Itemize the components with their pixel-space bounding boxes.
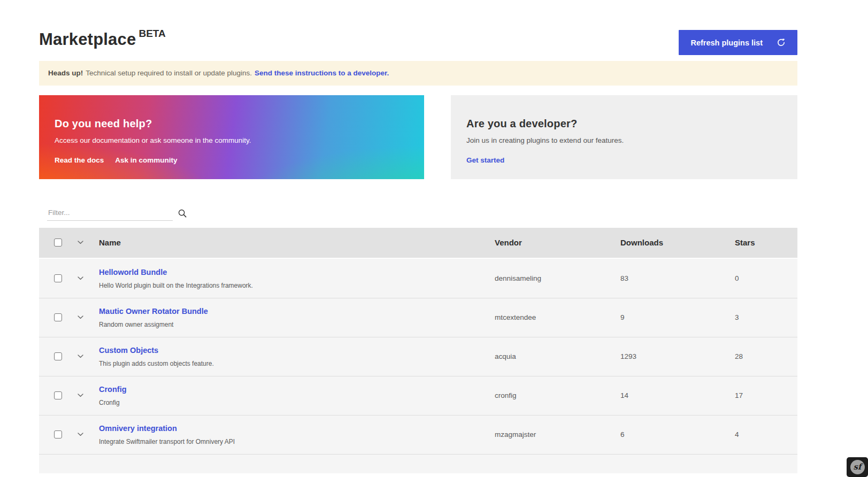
- plugin-downloads: 14: [620, 391, 735, 399]
- row-expand-chevron-down-icon[interactable]: [75, 352, 86, 360]
- page-title: Marketplace: [39, 30, 136, 49]
- row-checkbox[interactable]: [54, 352, 62, 360]
- row-expand-chevron-down-icon[interactable]: [75, 430, 86, 438]
- developer-card-text: Join us in creating plugins to extend ou…: [466, 136, 781, 144]
- notice-text: Technical setup required to install or u…: [86, 69, 252, 77]
- send-instructions-link[interactable]: Send these instructions to a developer.: [255, 69, 389, 77]
- info-cards: Do you need help? Access our documentati…: [39, 95, 797, 179]
- bulk-actions-chevron-down-icon[interactable]: [75, 239, 86, 247]
- plugin-vendor: cronfig: [495, 391, 620, 399]
- developer-card: Are you a developer? Join us in creating…: [451, 95, 797, 179]
- plugin-name-link[interactable]: Cronfig: [99, 385, 127, 394]
- refresh-plugins-label: Refresh plugins list: [690, 39, 763, 47]
- plugin-downloads: 6: [620, 430, 735, 438]
- table-row: Custom Objects This plugin adds custom o…: [39, 337, 797, 376]
- plugin-description: This plugin adds custom objects feature.: [99, 360, 495, 367]
- row-checkbox[interactable]: [54, 430, 62, 438]
- symfony-icon: sf: [850, 460, 865, 474]
- beta-badge: BETA: [139, 28, 165, 39]
- table-row: Omnivery integration Integrate Swiftmail…: [39, 415, 797, 454]
- plugin-stars: 3: [735, 313, 797, 321]
- table-row: Cronfig Cronfig cronfig 14 17: [39, 376, 797, 415]
- plugin-stars: 0: [735, 274, 797, 282]
- plugin-name-link[interactable]: Custom Objects: [99, 346, 158, 355]
- plugin-description: Cronfig: [99, 399, 495, 406]
- get-started-link[interactable]: Get started: [466, 156, 504, 164]
- plugin-description: Random owner assigment: [99, 321, 495, 328]
- plugin-name-link[interactable]: Helloworld Bundle: [99, 268, 167, 276]
- plugin-vendor: dennisameling: [495, 274, 620, 282]
- refresh-icon: [777, 38, 786, 47]
- plugins-table-header: Name Vendor Downloads Stars: [39, 228, 797, 259]
- column-header-stars: Stars: [735, 238, 797, 247]
- plugin-stars: 17: [735, 391, 797, 399]
- row-expand-chevron-down-icon[interactable]: [75, 274, 86, 282]
- help-card: Do you need help? Access our documentati…: [39, 95, 424, 179]
- filter-input[interactable]: [47, 206, 173, 221]
- plugin-description: Integrate Swiftmailer transport for Omni…: [99, 438, 495, 445]
- ask-in-community-link[interactable]: Ask in community: [115, 156, 177, 164]
- plugin-name-link[interactable]: Omnivery integration: [99, 424, 177, 433]
- plugin-vendor: acquia: [495, 352, 620, 360]
- row-expand-chevron-down-icon[interactable]: [75, 391, 86, 399]
- row-checkbox[interactable]: [54, 391, 62, 399]
- plugin-vendor: mtcextendee: [495, 313, 620, 321]
- symfony-profiler-toggle[interactable]: sf: [847, 457, 868, 477]
- plugin-downloads: 83: [620, 274, 735, 282]
- table-row: Helloworld Bundle Hello World plugin bui…: [39, 259, 797, 298]
- plugin-vendor: mzagmajster: [495, 430, 620, 438]
- filter-bar: [39, 206, 797, 221]
- plugin-downloads: 1293: [620, 352, 735, 360]
- row-checkbox[interactable]: [54, 313, 62, 321]
- plugin-description: Hello World plugin built on the Integrat…: [99, 282, 495, 289]
- refresh-plugins-button[interactable]: Refresh plugins list: [679, 30, 797, 55]
- table-row-partial: [39, 454, 797, 473]
- plugin-name-link[interactable]: Mautic Owner Rotator Bundle: [99, 307, 208, 316]
- column-header-downloads: Downloads: [620, 238, 735, 247]
- setup-notice-banner: Heads up!Technical setup required to ins…: [39, 61, 797, 86]
- search-icon[interactable]: [177, 208, 188, 219]
- select-all-checkbox[interactable]: [54, 239, 62, 247]
- column-header-vendor: Vendor: [495, 238, 620, 247]
- plugins-table: Name Vendor Downloads Stars Helloworld B…: [39, 228, 797, 473]
- plugin-downloads: 9: [620, 313, 735, 321]
- row-expand-chevron-down-icon[interactable]: [75, 313, 86, 321]
- read-the-docs-link[interactable]: Read the docs: [55, 156, 104, 164]
- plugin-stars: 4: [735, 430, 797, 438]
- column-header-name: Name: [99, 238, 495, 247]
- row-checkbox[interactable]: [54, 274, 62, 282]
- help-card-text: Access our documentation or ask someone …: [55, 136, 408, 144]
- help-card-title: Do you need help?: [55, 118, 408, 130]
- plugin-stars: 28: [735, 352, 797, 360]
- table-row: Mautic Owner Rotator Bundle Random owner…: [39, 298, 797, 337]
- developer-card-title: Are you a developer?: [466, 118, 781, 130]
- notice-lead: Heads up!: [48, 69, 83, 77]
